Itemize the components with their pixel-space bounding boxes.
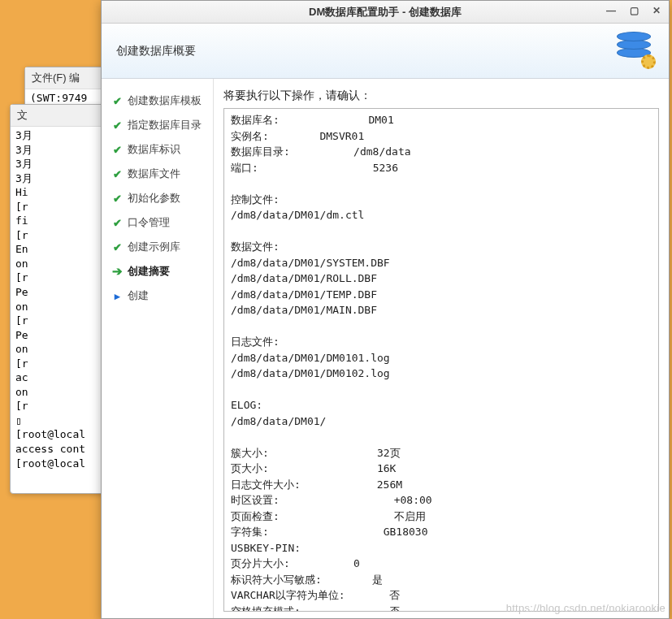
step-label: 创建摘要 [128, 264, 170, 279]
database-icon [617, 32, 657, 72]
step-8[interactable]: ▸创建 [102, 284, 213, 308]
step-5[interactable]: ✔口令管理 [102, 210, 213, 235]
step-6[interactable]: ✔创建示例库 [102, 235, 213, 259]
step-4[interactable]: ✔初始化参数 [102, 186, 213, 210]
step-label: 数据库标识 [128, 142, 180, 157]
summary-textarea[interactable]: 数据库名: DM01 实例名: DMSVR01 数据库目录: /dm8/data… [223, 108, 659, 612]
step-7[interactable]: ➔创建摘要 [102, 259, 213, 284]
step-label: 指定数据库目录 [128, 118, 202, 132]
step-label: 初始化参数 [128, 191, 180, 206]
step-0[interactable]: ✔创建数据库模板 [102, 89, 213, 113]
step-label: 创建数据库模板 [128, 93, 202, 108]
wizard-window: DM数据库配置助手 - 创建数据库 — ▢ ✕ 创建数据库概要 ✔创建数据库模板… [101, 0, 670, 619]
check-icon: ✔ [111, 241, 123, 253]
step-label: 创建 [128, 288, 149, 303]
header-title: 创建数据库概要 [116, 44, 196, 58]
check-icon: ✔ [111, 144, 123, 156]
maximize-button[interactable]: ▢ [626, 3, 641, 18]
step-2[interactable]: ✔数据库标识 [102, 137, 213, 162]
check-icon: ✔ [111, 193, 123, 205]
step-1[interactable]: ✔指定数据库目录 [102, 113, 213, 137]
wizard-header: 创建数据库概要 [102, 24, 669, 79]
arrow-current-icon: ➔ [111, 264, 123, 279]
step-label: 口令管理 [128, 215, 170, 230]
check-icon: ✔ [111, 95, 123, 107]
check-icon: ✔ [111, 217, 123, 229]
window-title: DM数据库配置助手 - 创建数据库 [309, 5, 462, 19]
step-label: 数据库文件 [128, 167, 180, 181]
close-button[interactable]: ✕ [649, 3, 664, 18]
check-icon: ✔ [111, 168, 123, 180]
content-pane: 将要执行以下操作，请确认： 数据库名: DM01 实例名: DMSVR01 数据… [214, 79, 669, 618]
minimize-button[interactable]: — [604, 3, 618, 18]
confirm-prompt: 将要执行以下操作，请确认： [223, 89, 659, 103]
check-icon: ✔ [111, 119, 123, 132]
titlebar: DM数据库配置助手 - 创建数据库 — ▢ ✕ [102, 1, 669, 24]
step-3[interactable]: ✔数据库文件 [102, 162, 213, 186]
step-label: 创建示例库 [128, 240, 180, 254]
steps-sidebar: ✔创建数据库模板✔指定数据库目录✔数据库标识✔数据库文件✔初始化参数✔口令管理✔… [102, 79, 214, 618]
arrow-pending-icon: ▸ [111, 290, 123, 302]
